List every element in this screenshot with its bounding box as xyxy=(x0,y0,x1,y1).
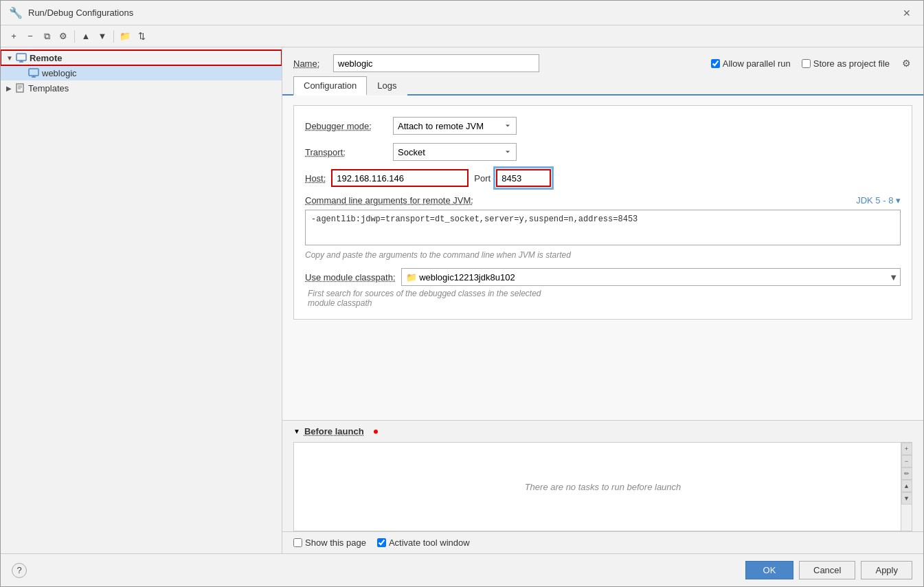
store-project-checkbox[interactable] xyxy=(802,59,811,68)
weblogic-icon xyxy=(28,67,39,78)
settings-icon: ⚙ xyxy=(59,31,67,41)
before-launch-section: ▼ Before launch There are no tasks to ru… xyxy=(282,420,923,531)
run-debug-dialog: 🔧 Run/Debug Configurations ✕ + − ⧉ ⚙ ▲ ▼… xyxy=(0,0,924,587)
svg-rect-3 xyxy=(29,69,38,76)
tabs-row: Configuration Logs xyxy=(282,76,923,96)
add-icon: + xyxy=(11,31,16,41)
port-input[interactable] xyxy=(496,169,551,187)
scrollbar-remove-btn[interactable]: − xyxy=(901,455,912,467)
transport-row: Transport: Socket Shared memory xyxy=(305,143,901,161)
dialog-icon: 🔧 xyxy=(9,6,23,19)
cancel-button[interactable]: Cancel xyxy=(799,561,855,579)
move-up-button[interactable]: ▲ xyxy=(78,29,93,44)
config-panel: Debugger mode: Attach to remote JVM List… xyxy=(293,105,912,320)
activate-tool-label: Activate tool window xyxy=(389,538,470,548)
sidebar-weblogic-label: weblogic xyxy=(42,68,77,78)
dialog-title: Run/Debug Configurations xyxy=(28,8,133,18)
host-label: Host: xyxy=(305,173,326,184)
debugger-mode-row: Debugger mode: Attach to remote JVM List… xyxy=(305,117,901,135)
before-launch-body: There are no tasks to run before launch … xyxy=(293,442,912,531)
cmd-args-textarea[interactable]: -agentlib:jdwp=transport=dt_socket,serve… xyxy=(305,210,901,245)
settings-button[interactable]: ⚙ xyxy=(56,29,71,44)
host-port-row: Host: Port xyxy=(305,169,901,187)
show-page-row: Show this page xyxy=(293,538,366,548)
sort-button[interactable]: ⇅ xyxy=(134,29,149,44)
tab-logs-label: Logs xyxy=(377,80,396,91)
footer-right: OK Cancel Apply xyxy=(745,561,912,579)
bottom-options: Show this page Activate tool window xyxy=(282,531,923,553)
show-page-label: Show this page xyxy=(305,538,366,548)
scrollbar-down-btn[interactable]: ▼ xyxy=(901,492,912,505)
sidebar-remote-label: Remote xyxy=(30,53,63,63)
remote-icon xyxy=(16,52,27,63)
cmd-args-hint: Copy and paste the arguments to the comm… xyxy=(305,250,901,260)
gear-button[interactable]: ⚙ xyxy=(901,58,912,69)
port-label: Port xyxy=(474,173,491,184)
sidebar-item-weblogic[interactable]: ▶ weblogic xyxy=(1,65,282,80)
debugger-mode-label: Debugger mode: xyxy=(305,121,387,131)
sidebar-item-remote[interactable]: ▼ Remote xyxy=(1,50,282,65)
add-button[interactable]: + xyxy=(6,29,21,44)
arrow-up-icon: ▲ xyxy=(82,31,91,41)
allow-parallel-checkbox[interactable] xyxy=(711,59,720,68)
footer-buttons: ? OK Cancel Apply xyxy=(1,553,923,586)
tab-content: Debugger mode: Attach to remote JVM List… xyxy=(282,96,923,420)
allow-parallel-row: Allow parallel run xyxy=(711,58,791,69)
remove-button[interactable]: − xyxy=(23,29,38,44)
name-label: Name: xyxy=(293,58,328,69)
activate-tool-checkbox[interactable] xyxy=(377,538,386,547)
expand-icon: ▼ xyxy=(6,54,13,62)
sidebar-item-templates[interactable]: ▶ Templates xyxy=(1,80,282,96)
store-project-row: Store as project file xyxy=(802,58,890,69)
right-panel: Name: Allow parallel run Store as projec… xyxy=(282,47,923,553)
move-down-button[interactable]: ▼ xyxy=(95,29,110,44)
module-select-wrapper: 📁 weblogic12213jdk8u102 ▼ xyxy=(401,268,901,286)
scrollbar-up-btn[interactable]: ▲ xyxy=(901,480,912,492)
transport-select[interactable]: Socket Shared memory xyxy=(393,143,517,161)
title-bar: 🔧 Run/Debug Configurations ✕ xyxy=(1,1,923,25)
module-classpath-row: Use module classpath: 📁 weblogic12213jdk… xyxy=(305,268,901,286)
tab-logs[interactable]: Logs xyxy=(367,76,407,96)
sidebar: ▼ Remote ▶ xyxy=(1,47,282,553)
cmd-args-label: Command line arguments for remote JVM: xyxy=(305,195,473,206)
apply-button[interactable]: Apply xyxy=(861,561,912,579)
allow-parallel-label: Allow parallel run xyxy=(723,58,791,69)
templates-icon xyxy=(14,82,25,93)
ok-button[interactable]: OK xyxy=(745,561,793,579)
transport-label: Transport: xyxy=(305,147,387,157)
minus-icon: − xyxy=(27,31,33,41)
tab-configuration-label: Configuration xyxy=(304,80,357,91)
name-input[interactable] xyxy=(333,54,539,72)
red-dot xyxy=(374,430,378,434)
help-button[interactable]: ? xyxy=(12,563,27,578)
arrow-down-icon: ▼ xyxy=(98,31,107,41)
template-expand-icon: ▶ xyxy=(6,85,12,92)
transport-select-wrapper: Socket Shared memory xyxy=(393,143,517,161)
scrollbar-add-btn[interactable]: + xyxy=(901,443,912,455)
sidebar-templates-label: Templates xyxy=(28,83,69,93)
before-launch-expand-icon: ▼ xyxy=(293,428,300,435)
before-launch-header[interactable]: ▼ Before launch xyxy=(282,420,923,442)
main-content: ▼ Remote ▶ xyxy=(1,47,923,553)
before-launch-scrollbar: + − ✏ ▲ ▼ xyxy=(901,443,912,531)
footer-left: ? xyxy=(12,563,27,578)
debugger-mode-select[interactable]: Attach to remote JVM Listen to remote JV… xyxy=(393,117,517,135)
module-classpath-hint: First search for sources of the debugged… xyxy=(305,289,901,308)
scrollbar-edit-btn[interactable]: ✏ xyxy=(901,467,912,480)
title-bar-left: 🔧 Run/Debug Configurations xyxy=(9,6,133,19)
svg-rect-0 xyxy=(16,54,26,60)
folder-icon: 📁 xyxy=(120,31,131,41)
copy-icon: ⧉ xyxy=(44,31,50,42)
jdk-link[interactable]: JDK 5 - 8 ▾ xyxy=(856,195,901,206)
folder-button[interactable]: 📁 xyxy=(117,29,133,44)
tab-configuration[interactable]: Configuration xyxy=(293,76,367,96)
close-button[interactable]: ✕ xyxy=(899,6,915,20)
name-row: Name: Allow parallel run Store as projec… xyxy=(282,47,923,76)
show-page-checkbox[interactable] xyxy=(293,538,302,547)
toolbar-separator-1 xyxy=(74,30,75,43)
copy-button[interactable]: ⧉ xyxy=(39,29,54,44)
before-launch-empty-text: There are no tasks to run before launch xyxy=(525,482,681,492)
toolbar: + − ⧉ ⚙ ▲ ▼ 📁 ⇅ xyxy=(1,25,923,47)
host-input[interactable] xyxy=(331,169,469,187)
module-classpath-select[interactable]: 📁 weblogic12213jdk8u102 xyxy=(401,268,901,286)
